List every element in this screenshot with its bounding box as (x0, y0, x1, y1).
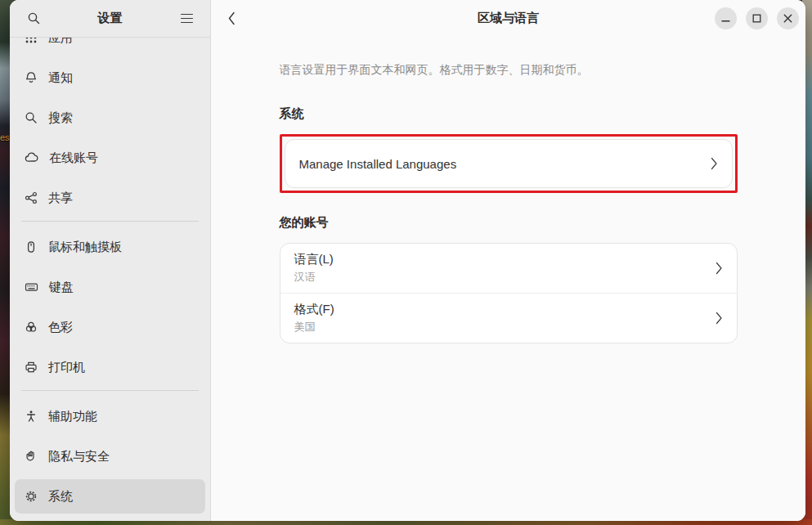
sidebar-item-label: 打印机 (48, 360, 85, 375)
system-languages-card: Manage Installed Languages (285, 139, 733, 188)
sidebar-item-keyboard[interactable]: 键盘 (15, 270, 205, 304)
chevron-right-icon (716, 312, 723, 325)
manage-installed-languages-row[interactable]: Manage Installed Languages (285, 140, 732, 187)
content-pane: 区域与语言 (211, 0, 805, 521)
sidebar-item-label: 应用 (48, 38, 73, 46)
sidebar-item-label: 系统 (48, 489, 73, 505)
content-body: 语言设置用于界面文本和网页。格式用于数字、日期和货币。 系统 Manage In… (211, 37, 805, 521)
back-chevron-icon (228, 11, 236, 25)
chevron-right-icon (711, 157, 718, 170)
row-title: Manage Installed Languages (299, 157, 457, 171)
sidebar-item-search[interactable]: 搜索 (15, 101, 205, 135)
close-icon (783, 14, 792, 23)
sidebar-item-online-accounts[interactable]: 在线账号 (15, 141, 205, 175)
window-controls (715, 7, 799, 29)
sidebar-divider (21, 390, 199, 391)
sidebar-item-sharing[interactable]: 共享 (15, 181, 205, 215)
sidebar-item-label: 隐私与安全 (48, 449, 110, 464)
page-description: 语言设置用于界面文本和网页。格式用于数字、日期和货币。 (280, 62, 738, 77)
magnifier-icon (25, 111, 38, 124)
section-title-account: 您的账号 (280, 215, 738, 231)
bell-icon (25, 71, 38, 84)
sidebar-item-label: 共享 (48, 191, 73, 206)
section-title-system: 系统 (280, 106, 738, 122)
minimize-button[interactable] (715, 7, 737, 29)
sidebar-item-printers[interactable]: 打印机 (15, 350, 205, 384)
sidebar-item-privacy-security[interactable]: 隐私与安全 (15, 439, 205, 473)
main-menu-button[interactable] (174, 7, 199, 31)
hamburger-icon (181, 14, 193, 24)
back-button[interactable] (219, 7, 244, 31)
sidebar-item-mouse-touchpad[interactable]: 鼠标和触摸板 (15, 230, 205, 264)
search-icon (27, 11, 41, 25)
sidebar-header: 设置 (10, 0, 210, 38)
gear-icon (25, 490, 38, 503)
printer-icon (25, 361, 38, 374)
sidebar-divider (21, 221, 199, 222)
color-icon (25, 321, 38, 334)
sidebar-item-accessibility[interactable]: 辅助功能 (15, 399, 205, 433)
sidebar-item-color[interactable]: 色彩 (15, 310, 205, 344)
sidebar-item-notifications[interactable]: 通知 (15, 61, 205, 95)
formats-row[interactable]: 格式(F) 美国 (280, 294, 737, 343)
accessibility-icon (25, 410, 38, 423)
sidebar: 设置 应用 (10, 0, 211, 521)
account-language-card: 语言(L) 汉语 格式(F) 美国 (280, 243, 738, 343)
desktop-icon-label-fragment: es (0, 132, 10, 142)
language-row[interactable]: 语言(L) 汉语 (280, 244, 737, 293)
sidebar-item-label: 搜索 (48, 110, 73, 126)
sidebar-nav: 应用 通知 搜索 (10, 38, 210, 521)
sidebar-item-label: 通知 (48, 70, 73, 86)
maximize-button[interactable] (746, 7, 768, 29)
row-title: 格式(F) (294, 302, 334, 317)
close-button[interactable] (777, 7, 799, 29)
chevron-right-icon (716, 262, 723, 275)
apps-grid-icon (25, 38, 38, 44)
sidebar-item-label: 在线账号 (49, 150, 98, 166)
sidebar-item-apps[interactable]: 应用 (15, 38, 205, 55)
content-header: 区域与语言 (211, 0, 805, 37)
keyboard-icon (25, 280, 38, 294)
maximize-icon (752, 14, 761, 23)
red-highlight-annotation: Manage Installed Languages (280, 134, 738, 193)
sidebar-item-label: 辅助功能 (48, 409, 97, 424)
mouse-icon (25, 240, 38, 254)
share-icon (25, 191, 38, 204)
sidebar-item-label: 键盘 (49, 280, 74, 295)
sidebar-item-label: 鼠标和触摸板 (48, 240, 122, 255)
sidebar-item-system[interactable]: 系统 (15, 479, 205, 514)
cloud-icon (25, 151, 38, 164)
search-button[interactable] (21, 7, 46, 31)
settings-window: 设置 应用 (10, 0, 805, 521)
row-subtitle: 汉语 (294, 270, 334, 285)
sidebar-item-label: 色彩 (48, 320, 73, 335)
row-title: 语言(L) (294, 252, 334, 267)
minimize-icon (721, 14, 730, 23)
privacy-hand-icon (25, 450, 38, 463)
row-subtitle: 美国 (294, 320, 334, 334)
